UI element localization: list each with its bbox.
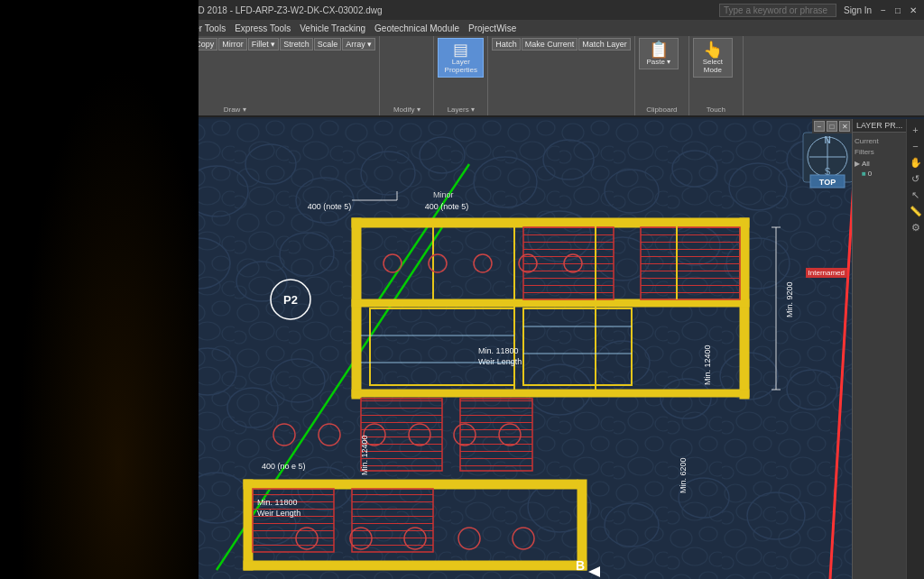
- select-mode-button[interactable]: 👆 SelectMode: [693, 38, 733, 78]
- ribbon-group-hatch: Hatch Make Current Match Layer: [488, 36, 635, 115]
- layer-properties-label: LayerProperties: [445, 58, 477, 74]
- draw-buttons: Move ▾ Rotate Trim ▾ Copy Mirror Fillet …: [94, 38, 375, 51]
- svg-rect-42: [352, 218, 361, 399]
- svg-text:Min. 11800: Min. 11800: [478, 346, 519, 355]
- svg-text:Min. 11800: Min. 11800: [257, 498, 298, 507]
- svg-text:Min. 6200: Min. 6200: [679, 457, 688, 493]
- ribbon-group-draw: Move ▾ Rotate Trim ▾ Copy Mirror Fillet …: [90, 36, 380, 115]
- clipboard-buttons: 📋 Paste ▾: [639, 38, 685, 69]
- ribbon-btn-array[interactable]: Array ▾: [342, 38, 375, 51]
- internamed-badge: Internamed: [806, 268, 847, 278]
- ribbon-btn-stretch[interactable]: Stretch: [280, 38, 313, 51]
- svg-text:Min. 12400: Min. 12400: [703, 345, 712, 385]
- menu-projectwise[interactable]: ProjectWise: [467, 23, 518, 33]
- svg-rect-43: [740, 218, 749, 399]
- menu-help[interactable]: Help: [146, 23, 169, 33]
- tool-zoom-in[interactable]: +: [909, 123, 923, 137]
- sign-in-button[interactable]: Sign In: [840, 5, 875, 16]
- svg-text:Weir Length: Weir Length: [257, 509, 300, 518]
- tool-zoom-out[interactable]: −: [909, 139, 923, 153]
- cad-window: Autodesk AutoCAD Civil 3D 2018 - LFD-ARP…: [90, 0, 924, 579]
- drawing-area[interactable]: P2 400 (note 5) 400 (note 5) Min. 11800 …: [90, 119, 924, 579]
- layer-properties-button[interactable]: ▤ LayerProperties: [438, 38, 484, 78]
- menu-raster-tools[interactable]: Raster Tools: [174, 23, 227, 33]
- tool-select[interactable]: ↖: [909, 188, 923, 202]
- svg-text:Weir Length: Weir Length: [478, 357, 522, 366]
- search-input[interactable]: [719, 4, 836, 17]
- svg-text:400 (note 5): 400 (note 5): [308, 202, 352, 211]
- tool-orbit[interactable]: ↺: [909, 171, 923, 186]
- svg-text:B: B: [576, 558, 585, 573]
- svg-text:Min. 9200: Min. 9200: [785, 281, 794, 317]
- ribbon-btn-hatch[interactable]: Hatch: [492, 38, 521, 51]
- ribbon-btn-trim[interactable]: Trim ▾: [161, 38, 190, 51]
- svg-rect-45: [352, 390, 749, 397]
- panel-window-controls: − □ ✕: [812, 119, 852, 133]
- title-bar: Autodesk AutoCAD Civil 3D 2018 - LFD-ARP…: [90, 0, 924, 20]
- menu-vehicle-tracking[interactable]: Vehicle Tracking: [298, 23, 367, 33]
- tool-measure[interactable]: 📏: [909, 204, 923, 218]
- ribbon-btn-scale[interactable]: Scale: [314, 38, 342, 51]
- panel-restore-button[interactable]: □: [827, 121, 837, 132]
- svg-rect-41: [352, 218, 749, 227]
- touch-group-label: Touch: [693, 104, 739, 114]
- panel-close-button[interactable]: ✕: [839, 121, 850, 132]
- maximize-button[interactable]: □: [892, 5, 904, 16]
- ribbon-btn-copy[interactable]: Copy: [191, 38, 217, 51]
- title-controls: Sign In − □ ✕: [840, 5, 920, 16]
- svg-rect-51: [244, 480, 253, 570]
- layer-item[interactable]: 0: [868, 170, 872, 178]
- hatch-buttons: Hatch Make Current Match Layer: [492, 38, 631, 51]
- svg-text:TOP: TOP: [819, 178, 836, 187]
- svg-rect-50: [244, 480, 578, 489]
- modify-group-label: Modify ▾: [383, 104, 430, 114]
- paste-label: Paste ▾: [647, 58, 671, 66]
- layer-props-icon: ▤: [453, 41, 468, 58]
- svg-rect-55: [352, 489, 433, 552]
- select-mode-icon: 👆: [703, 41, 723, 58]
- paste-button[interactable]: 📋 Paste ▾: [639, 38, 679, 69]
- svg-text:Min. 12400: Min. 12400: [360, 435, 369, 475]
- ribbon-btn-move[interactable]: Move ▾: [94, 38, 128, 51]
- select-mode-label: SelectMode: [703, 58, 723, 74]
- touch-buttons: 👆 SelectMode: [693, 38, 739, 78]
- ribbon-btn-match-layer[interactable]: Match Layer: [578, 38, 631, 51]
- menu-bar: InfraWorks Help Raster Tools Express Too…: [90, 20, 924, 36]
- ribbon-group-clipboard: 📋 Paste ▾ Clipboard: [635, 36, 689, 115]
- svg-rect-52: [578, 480, 587, 570]
- svg-rect-47: [641, 227, 740, 299]
- clipboard-group-label: Clipboard: [639, 104, 685, 114]
- paste-icon: 📋: [649, 41, 669, 58]
- menu-express-tools[interactable]: Express Tools: [233, 23, 292, 33]
- close-button[interactable]: ✕: [906, 5, 920, 16]
- menu-geotechnical[interactable]: Geotechnical Module: [373, 23, 461, 33]
- ribbon-group-layer-props: ▤ LayerProperties Layers ▾: [434, 36, 488, 115]
- menu-infraworks[interactable]: InfraWorks: [94, 23, 141, 33]
- app-container: Autodesk AutoCAD Civil 3D 2018 - LFD-ARP…: [0, 0, 924, 579]
- svg-text:400 (no e 5): 400 (no e 5): [262, 462, 306, 471]
- ribbon-btn-fillet[interactable]: Fillet ▾: [248, 38, 280, 51]
- tool-pan[interactable]: ✋: [909, 155, 923, 170]
- title-bar-text: Autodesk AutoCAD Civil 3D 2018 - LFD-ARP…: [94, 5, 719, 15]
- layer-tree-item[interactable]: All: [862, 160, 870, 168]
- svg-rect-44: [352, 299, 749, 307]
- svg-text:Minor: Minor: [433, 190, 454, 199]
- svg-text:P2: P2: [283, 293, 298, 307]
- ribbon-btn-make-current[interactable]: Make Current: [522, 38, 578, 51]
- minimize-button[interactable]: −: [877, 5, 890, 16]
- ribbon-btn-mirror[interactable]: Mirror: [218, 38, 247, 51]
- svg-rect-49: [460, 399, 532, 471]
- cad-drawing: P2 400 (note 5) 400 (note 5) Min. 11800 …: [90, 119, 924, 579]
- svg-text:400 (note 5): 400 (note 5): [425, 202, 469, 211]
- tool-strip: + − ✋ ↺ ↖ 📏 ⚙: [906, 119, 924, 579]
- ribbon-btn-rotate[interactable]: Rotate: [129, 38, 161, 51]
- layers-group-label: Layers ▾: [438, 104, 484, 114]
- ribbon-group-touch: 👆 SelectMode Touch: [689, 36, 744, 115]
- panel-minimize-button[interactable]: −: [814, 121, 825, 132]
- draw-group-label: Draw ▾: [94, 104, 375, 114]
- svg-rect-53: [244, 561, 587, 570]
- ribbon-toolbar: Move ▾ Rotate Trim ▾ Copy Mirror Fillet …: [90, 36, 924, 117]
- tool-settings[interactable]: ⚙: [909, 220, 923, 234]
- ribbon-group-modify: Modify ▾: [380, 36, 434, 115]
